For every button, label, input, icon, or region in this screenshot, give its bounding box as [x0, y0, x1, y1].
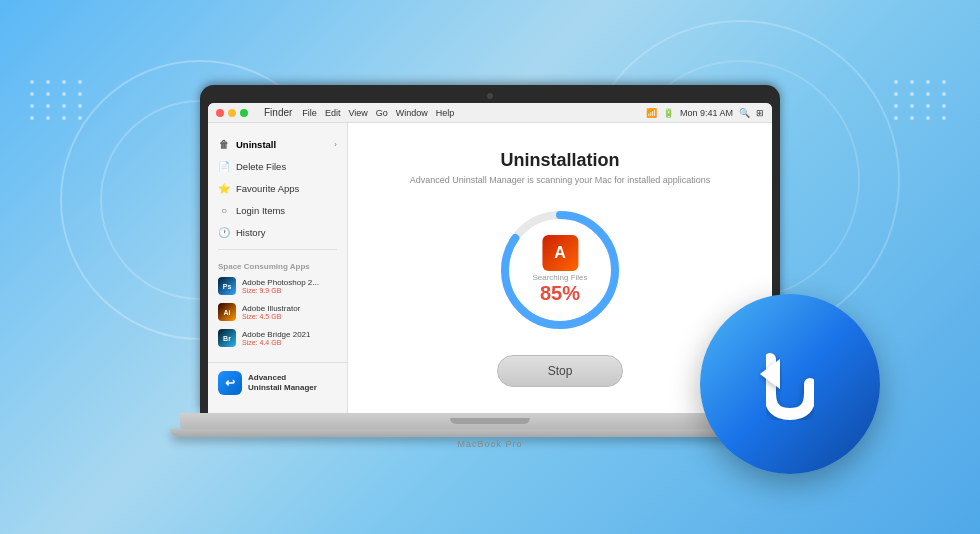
sidebar-logo: ↩ Advanced Uninstall Manager	[208, 362, 347, 403]
sidebar-item-favourite-apps[interactable]: ⭐ Favourite Apps	[208, 177, 347, 199]
sidebar-item-login-items[interactable]: ○ Login Items	[208, 199, 347, 221]
progress-label: Searching Files	[532, 273, 587, 282]
control-icon[interactable]: ⊞	[756, 108, 764, 118]
macbook-camera	[487, 93, 493, 99]
sidebar-item-delete-files[interactable]: 📄 Delete Files	[208, 155, 347, 177]
logo-text: Advanced Uninstall Manager	[248, 373, 317, 394]
menu-app-name: Finder	[264, 107, 292, 118]
bg-dots-right	[894, 80, 950, 120]
menu-window[interactable]: Window	[396, 108, 428, 118]
file-icon: 📄	[218, 160, 230, 172]
macbook-screen-outer: Finder File Edit View Go Window Help 📶 🔋…	[200, 85, 780, 413]
sidebar-divider	[218, 249, 337, 250]
menu-help[interactable]: Help	[436, 108, 455, 118]
app-info-bridge: Adobe Bridge 2021 Size: 4.4 GB	[242, 330, 311, 346]
space-section-label: Space Consuming Apps	[208, 256, 347, 273]
arrow-icon: ›	[334, 140, 337, 149]
window-controls	[216, 109, 248, 117]
search-icon[interactable]: 🔍	[739, 108, 750, 118]
app-list-item-br: Br Adobe Bridge 2021 Size: 4.4 GB	[208, 325, 347, 351]
app-list-item-ai: Ai Adobe Illustrator Size: 4.5 GB	[208, 299, 347, 325]
page-subtitle: Advanced Uninstall Manager is scanning y…	[410, 175, 711, 185]
menu-go[interactable]: Go	[376, 108, 388, 118]
sidebar-item-uninstall[interactable]: 🗑 Uninstall ›	[208, 133, 347, 155]
macbook-screen: Finder File Edit View Go Window Help 📶 🔋…	[208, 103, 772, 413]
sidebar-item-history[interactable]: 🕐 History	[208, 221, 347, 243]
circle-icon: ○	[218, 204, 230, 216]
app-info-photoshop: Adobe Photoshop 2... Size: 9.9 GB	[242, 278, 319, 294]
stop-button[interactable]: Stop	[497, 355, 624, 387]
trash-icon: 🗑	[218, 138, 230, 150]
close-button[interactable]	[216, 109, 224, 117]
app-scan-icon: A	[542, 235, 578, 271]
sidebar: 🗑 Uninstall › 📄 Delete Files ⭐ Favourite…	[208, 123, 348, 413]
progress-percent: 85%	[532, 282, 587, 305]
app-info-illustrator: Adobe Illustrator Size: 4.5 GB	[242, 304, 300, 320]
wifi-icon: 📶	[646, 108, 657, 118]
app-icon-photoshop: Ps	[218, 277, 236, 295]
clock-icon: 🕐	[218, 226, 230, 238]
app-list-item-ps: Ps Adobe Photoshop 2... Size: 9.9 GB	[208, 273, 347, 299]
macbook-notch	[450, 418, 530, 424]
app-icon-illustrator: Ai	[218, 303, 236, 321]
menu-right: 📶 🔋 Mon 9:41 AM 🔍 ⊞	[646, 108, 764, 118]
clock: Mon 9:41 AM	[680, 108, 733, 118]
bg-dots-left	[30, 80, 86, 120]
progress-center: A Searching Files 85%	[532, 235, 587, 305]
app-logo-inner	[740, 334, 840, 434]
macbook-label: MacBook Pro	[457, 439, 522, 449]
menu-items: File Edit View Go Window Help	[302, 108, 454, 118]
app-logo-circle	[700, 294, 880, 474]
menu-edit[interactable]: Edit	[325, 108, 341, 118]
app-layout: 🗑 Uninstall › 📄 Delete Files ⭐ Favourite…	[208, 123, 772, 413]
logo-icon: ↩	[218, 371, 242, 395]
page-title: Uninstallation	[500, 150, 619, 171]
progress-circle: A Searching Files 85%	[495, 205, 625, 335]
macos-menubar: Finder File Edit View Go Window Help 📶 🔋…	[208, 103, 772, 123]
app-logo-svg	[745, 339, 835, 429]
app-icon-bridge: Br	[218, 329, 236, 347]
minimize-button[interactable]	[228, 109, 236, 117]
menu-view[interactable]: View	[348, 108, 367, 118]
battery-icon: 🔋	[663, 108, 674, 118]
maximize-button[interactable]	[240, 109, 248, 117]
menu-file[interactable]: File	[302, 108, 317, 118]
star-icon: ⭐	[218, 182, 230, 194]
